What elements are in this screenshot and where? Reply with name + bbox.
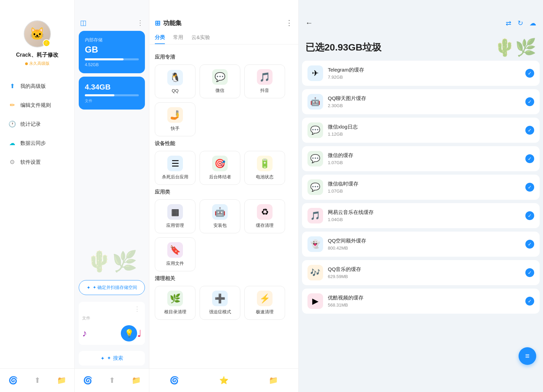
sidebar-item-settings[interactable]: ⚙ 软件设置 <box>0 153 74 172</box>
p3-more-icon[interactable]: ⋮ <box>285 19 293 27</box>
music-note-red-icon: ♩ <box>137 328 142 339</box>
tab-common[interactable]: 常用 <box>173 31 183 44</box>
kuaishou-icon-wrap: 🤳 <box>167 107 183 123</box>
tab-cloud[interactable]: 云&实验 <box>191 31 210 44</box>
check-wechat-cache[interactable]: ✓ <box>525 154 534 163</box>
nav-upload-icon[interactable]: ⬆ <box>34 376 40 385</box>
trash-size-qqmusic: 629.59MB <box>328 274 521 279</box>
trash-item-telegram[interactable]: ✈ Telegram的缓存 7.92GB ✓ <box>302 61 540 86</box>
desert-decoration: 🌵🌿 <box>87 249 137 273</box>
p2-header: ◫ ⋮ <box>75 0 149 31</box>
p3-nav-star-icon[interactable]: ⭐ <box>219 376 228 385</box>
user-tag: 永久高级版 <box>25 61 50 66</box>
sparkle-icon-2: ✦ <box>100 355 105 361</box>
refresh-icon[interactable]: ↻ <box>518 19 523 27</box>
p2-more-icon[interactable]: ⋮ <box>137 19 144 27</box>
fab-trash-button[interactable]: ≡ <box>519 347 536 365</box>
trash-size-qq-chat: 2.30GB <box>328 103 521 108</box>
func-item-fast[interactable]: ⚡ 极速清理 <box>244 286 285 320</box>
check-wechat-tmp[interactable]: ✓ <box>525 183 534 192</box>
func-item-qq[interactable]: 🐧 QQ <box>155 64 195 98</box>
func-item-install[interactable]: 🤖 安装包 <box>200 199 240 233</box>
trash-item-qqspace[interactable]: 👻 QQ空间额外缓存 800.42MB ✓ <box>302 232 540 257</box>
p2-music-section: ⋮ 文件 ♪ 💡 ♩ <box>79 302 145 345</box>
p2-nav-folder-icon[interactable]: 📁 <box>132 376 141 385</box>
sidebar-item-stats[interactable]: 🕐 统计记录 <box>0 115 74 134</box>
func-item-appfile[interactable]: 🔖 应用文件 <box>155 237 195 271</box>
fab-blue-button[interactable]: 💡 <box>121 325 137 341</box>
p2-music-more[interactable]: ⋮ <box>82 305 142 313</box>
appfile-icon: 🔖 <box>170 245 181 255</box>
trash-item-youku[interactable]: ▶ 优酷视频的缓存 568.31MB ✓ <box>302 289 540 314</box>
trash-size-qqspace: 800.42MB <box>328 246 521 251</box>
storage-size2: 4.34GB <box>85 83 139 92</box>
install-icon-wrap: 🤖 <box>212 204 228 220</box>
function-panel: ⊞ 功能集 ⋮ 分类 常用 云&实验 应用专清 🐧 QQ 💬 微信 <box>149 0 299 392</box>
netease-icon: 🎵 <box>310 211 320 220</box>
func-item-kill[interactable]: ☰ 杀死后台应用 <box>155 151 195 185</box>
check-netease[interactable]: ✓ <box>525 211 534 220</box>
trash-item-netease[interactable]: 🎵 网易云音乐在线缓存 1.04GB ✓ <box>302 203 540 228</box>
wechat-cache-icon-wrap: 💬 <box>307 151 323 166</box>
back-button[interactable]: ← <box>305 19 313 27</box>
func-item-kuaishou[interactable]: 🤳 快手 <box>155 102 195 136</box>
func-item-rootdir[interactable]: 🌿 根目录清理 <box>155 286 195 320</box>
tag-dot <box>25 62 28 65</box>
storage-file-label: 文件 <box>85 98 139 103</box>
cloud-upload-icon[interactable]: ☁ <box>529 19 536 27</box>
confirm-scan-button[interactable]: ✦ ✦ 确定并扫描存储空间 <box>79 280 145 295</box>
check-qqspace[interactable]: ✓ <box>525 240 534 249</box>
swap-icon[interactable]: ⇄ <box>506 19 511 27</box>
trash-item-wechat-cache[interactable]: 💬 微信的缓存 1.07GB ✓ <box>302 146 540 171</box>
tiktok-icon: 🎵 <box>259 72 270 82</box>
check-qq-chat[interactable]: ✓ <box>525 97 534 106</box>
netease-icon-wrap: 🎵 <box>307 208 323 223</box>
trash-size-netease: 1.04GB <box>328 217 521 222</box>
trash-item-qqmusic[interactable]: 🎶 QQ音乐的缓存 629.59MB ✓ <box>302 260 540 285</box>
kill-label: 杀死后台应用 <box>162 174 188 180</box>
p2-header-icons: ⋮ <box>137 19 144 27</box>
p3-nav-folder-icon[interactable]: 📁 <box>269 376 278 385</box>
check-youku[interactable]: ✓ <box>525 297 534 306</box>
func-item-backend[interactable]: 🎯 后台终结者 <box>200 151 240 185</box>
qq-icon: 🐧 <box>170 72 181 83</box>
battery-label: 电池状态 <box>256 174 274 180</box>
func-item-battery[interactable]: 🔋 电池状态 <box>244 151 285 185</box>
tab-category[interactable]: 分类 <box>155 31 165 44</box>
music-note-purple-icon: ♪ <box>82 328 87 339</box>
trash-item-wechat-xlog[interactable]: 💬 微信xlog日志 1.12GB ✓ <box>302 118 540 143</box>
storage-label: 内部存储 <box>85 37 139 43</box>
p2-nav-home-icon[interactable]: 🌀 <box>83 376 92 385</box>
storage-card-2: 4.34GB 文件 <box>79 77 145 110</box>
trash-name-wechat-xlog: 微信xlog日志 <box>328 124 521 130</box>
obsessive-label: 强迫症模式 <box>209 309 231 315</box>
func-item-wechat[interactable]: 💬 微信 <box>200 64 240 98</box>
search-button[interactable]: ✦ ✦ 搜索 <box>100 355 123 361</box>
func-item-tiktok[interactable]: 🎵 抖音 <box>244 64 285 98</box>
qq-chat-icon-wrap: 🤖 <box>307 94 323 110</box>
cactus-decoration: 🌵🌿 <box>494 38 536 57</box>
storage-bar-fill <box>85 58 124 60</box>
trash-item-wechat-tmp[interactable]: 💬 微信临时缓存 1.07GB ✓ <box>302 175 540 200</box>
cache-icon-wrap: ♻ <box>257 204 273 220</box>
p3-nav-home-icon[interactable]: 🌀 <box>170 376 179 385</box>
sidebar-item-rules[interactable]: ✏ 编辑文件规则 <box>0 96 74 115</box>
trash-item-qq-chat[interactable]: 🤖 QQ聊天图片缓存 2.30GB ✓ <box>302 89 540 114</box>
nav-home-icon[interactable]: 🌀 <box>8 376 18 385</box>
func-item-cache[interactable]: ♻ 缓存清理 <box>244 199 285 233</box>
sidebar-item-premium[interactable]: ⬆ 我的高级版 <box>0 77 74 96</box>
nav-folder-icon[interactable]: 📁 <box>57 376 66 385</box>
install-label: 安装包 <box>213 222 227 229</box>
telegram-icon-wrap: ✈ <box>307 65 323 81</box>
check-qqmusic[interactable]: ✓ <box>525 268 534 277</box>
sidebar-item-cloud[interactable]: ☁ 数据云同步 <box>0 134 74 153</box>
avatar-badge: ⭐ <box>43 39 50 47</box>
check-wechat-xlog[interactable]: ✓ <box>525 126 534 135</box>
qqmusic-icon-wrap: 🎶 <box>307 265 323 280</box>
appfile-icon-wrap: 🔖 <box>167 242 183 258</box>
wechat-xlog-icon: 💬 <box>310 125 320 135</box>
p2-nav-up-icon[interactable]: ⬆ <box>109 376 115 385</box>
func-item-appmanage[interactable]: ▦ 应用管理 <box>155 199 195 233</box>
check-telegram[interactable]: ✓ <box>525 69 534 78</box>
func-item-obsessive[interactable]: ➕ 强迫症模式 <box>200 286 240 320</box>
